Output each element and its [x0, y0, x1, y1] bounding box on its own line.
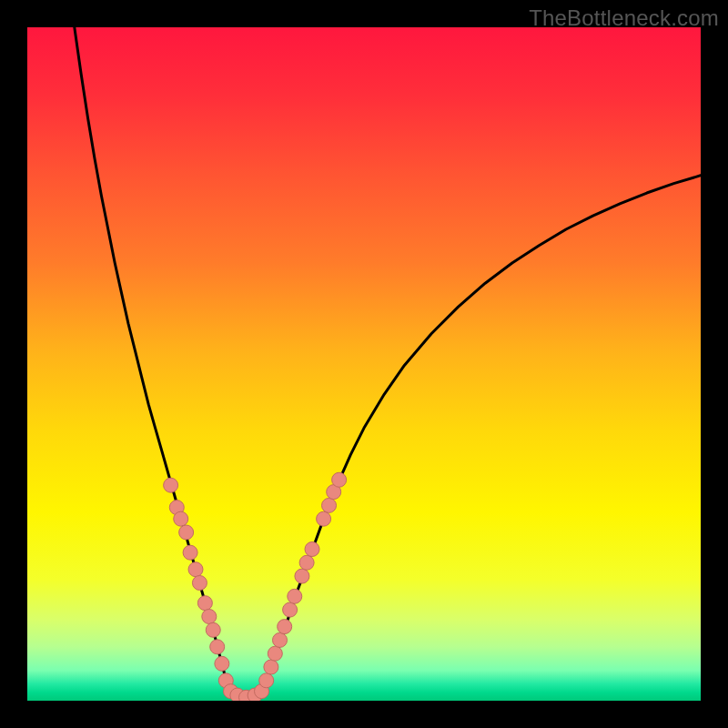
data-marker	[192, 576, 207, 591]
data-marker	[273, 632, 288, 647]
data-marker	[283, 602, 298, 617]
data-marker	[179, 525, 194, 540]
data-marker	[268, 646, 282, 661]
watermark-text: TheBottleneck.com	[529, 5, 719, 31]
data-marker	[215, 656, 229, 671]
data-marker	[259, 673, 274, 688]
data-marker	[197, 596, 212, 611]
data-marker	[332, 472, 347, 487]
data-marker	[183, 545, 197, 560]
data-marker	[210, 640, 225, 654]
marker-group	[164, 472, 347, 701]
bottleneck-curve	[75, 27, 701, 697]
data-marker	[278, 620, 292, 634]
data-marker	[264, 660, 278, 674]
data-marker	[305, 542, 319, 557]
data-marker	[322, 498, 337, 512]
plot-area	[27, 27, 701, 701]
data-marker	[299, 555, 314, 570]
data-marker	[174, 511, 188, 526]
data-marker	[206, 622, 220, 637]
data-marker	[288, 589, 302, 603]
chart-svg	[27, 27, 701, 701]
data-marker	[188, 562, 203, 577]
data-marker	[202, 610, 217, 624]
data-marker	[164, 478, 178, 492]
chart-frame: TheBottleneck.com	[0, 0, 728, 728]
data-marker	[295, 569, 309, 583]
curve-group	[75, 27, 701, 697]
data-marker	[317, 511, 331, 526]
